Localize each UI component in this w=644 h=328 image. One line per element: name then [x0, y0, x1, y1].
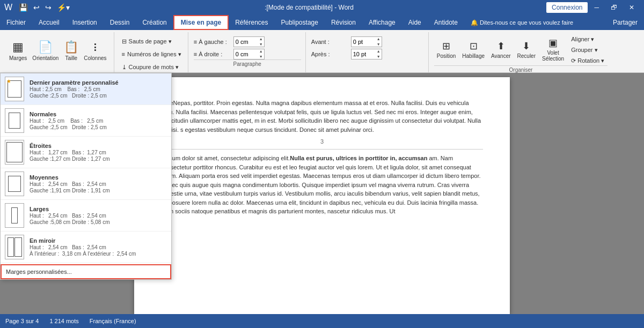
minimize-button[interactable]: ─	[589, 0, 604, 15]
apres-input[interactable]	[352, 51, 376, 57]
apres-spinner: ▲ ▼	[376, 49, 382, 59]
share-button[interactable]: Partager	[606, 15, 644, 30]
sauts-de-page-button[interactable]: ⊟ Sauts de page ▾	[120, 35, 184, 47]
menu-fichier[interactable]: Fichier	[0, 15, 32, 30]
retrait-droite-input[interactable]	[234, 51, 258, 57]
preset-larges-name: Larges	[30, 206, 167, 212]
avant-input[interactable]	[352, 39, 376, 45]
reculer-button[interactable]: ⬇ Reculer	[515, 34, 538, 64]
espacement-group: Avant : ▲ ▼ Après : ▲	[311, 36, 424, 59]
preset-normales[interactable]: Normales Haut : 2,5 cm Bas : 2,5 cm Gauc…	[1, 105, 171, 137]
position-button[interactable]: ⊞ Position	[434, 34, 459, 64]
orientation-label: Orientation	[32, 55, 58, 61]
avancer-button[interactable]: ⬆ Avancer	[488, 34, 514, 64]
coupure-de-mots-button[interactable]: ⤓ Coupure de mots ▾	[120, 61, 184, 73]
preset-miroir-name: En miroir	[30, 237, 167, 244]
avant-row: Avant : ▲ ▼	[311, 36, 424, 47]
preset-miroir-icon	[5, 235, 24, 259]
customize-btn[interactable]: ⚡▾	[55, 2, 72, 13]
menu-revision[interactable]: Révision	[325, 15, 362, 30]
maximize-button[interactable]: 🗗	[605, 0, 623, 15]
preset-larges-info: Larges Haut : 2,54 cm Bas : 2,54 cm Gauc…	[30, 206, 167, 225]
grouper-button[interactable]: Grouper ▾	[568, 45, 608, 55]
paragraphe-label: Paragraphe	[194, 59, 301, 68]
menu-insertion[interactable]: Insertion	[66, 15, 104, 30]
language: Français (France)	[90, 318, 136, 324]
preset-miroir-info: En miroir Haut : 2,54 cm Bas : 2,54 cm À…	[30, 237, 167, 257]
page-number-3: 3	[161, 138, 483, 145]
preset-normales-detail2: Gauche :2,5 cm Droite : 2,5 cm	[30, 124, 167, 130]
taille-button[interactable]: 📋 Taille	[61, 34, 81, 66]
menu-aide[interactable]: Aide	[402, 15, 428, 30]
menu-references[interactable]: Références	[229, 15, 274, 30]
coupure-icon: ⤓	[122, 64, 127, 71]
colonnes-button[interactable]: ⫶ Colonnes	[81, 34, 109, 66]
sauts-icon: ⊟	[122, 38, 127, 45]
preset-moyennes-name: Moyennes	[30, 174, 167, 181]
preset-etroites-name: Étroites	[30, 143, 167, 149]
ribbon-content: ▦ Marges 📄 Orientation 📋 Taille ⫶	[0, 30, 644, 73]
close-button[interactable]: ✕	[624, 0, 640, 15]
connexion-button[interactable]: Connexion	[546, 2, 588, 13]
word-icon: W	[4, 3, 12, 12]
rotation-button[interactable]: ⟳ Rotation ▾	[568, 56, 608, 65]
taille-label: Taille	[65, 55, 77, 61]
marges-icon: ▦	[12, 40, 24, 54]
ribbon-group-page-setup: ▦ Marges 📄 Orientation 📋 Taille ⫶	[2, 32, 114, 72]
preset-normales-info: Normales Haut : 2,5 cm Bas : 2,5 cm Gauc…	[30, 111, 167, 130]
orientation-icon: 📄	[38, 40, 53, 54]
volet-selection-button[interactable]: ▣ VoletSélection	[539, 34, 567, 64]
menu-bar: Fichier Accueil Insertion Dessin Créatio…	[0, 15, 644, 30]
custom-margins-button[interactable]: Marges personnalisées...	[1, 264, 171, 279]
quick-access-toolbar: 💾 ↩ ↪ ⚡▾	[17, 2, 72, 13]
preset-larges-detail2: Gauche :5,08 cm Droite : 5,08 cm	[30, 219, 167, 225]
taille-icon: 📋	[64, 40, 78, 54]
redo-btn[interactable]: ↪	[43, 2, 54, 13]
preset-dernier-name: Dernier paramètre personnalisé	[30, 79, 167, 86]
menu-dessin[interactable]: Dessin	[104, 15, 136, 30]
avant-down[interactable]: ▼	[376, 42, 382, 47]
menu-affichage[interactable]: Affichage	[362, 15, 402, 30]
colonnes-icon: ⫶	[92, 40, 98, 54]
retrait-droite-input-wrap: ▲ ▼	[233, 49, 265, 59]
preset-larges-icon	[5, 203, 24, 228]
position-icon: ⊞	[442, 40, 450, 52]
preset-larges[interactable]: Larges Haut : 2,54 cm Bas : 2,54 cm Gauc…	[1, 200, 171, 232]
marges-button[interactable]: ▦ Marges	[6, 34, 30, 66]
colonnes-label: Colonnes	[84, 55, 106, 61]
word-count: 1 214 mots	[49, 318, 78, 324]
save-btn[interactable]: 💾	[17, 2, 30, 13]
aligner-button[interactable]: Aligner ▾	[568, 34, 608, 44]
menu-mise-en-page[interactable]: Mise en page	[173, 15, 229, 30]
retrait-gauche-up[interactable]: ▲	[258, 36, 264, 42]
menu-accueil[interactable]: Accueil	[32, 15, 66, 30]
preset-moyennes[interactable]: Moyennes Haut : 2,54 cm Bas : 2,54 cm Ga…	[1, 168, 171, 200]
organiser-buttons: ⊞ Position ⊡ Habillage ⬆ Avancer ⬇ Recul…	[434, 34, 608, 65]
retrait-droite-down[interactable]: ▼	[258, 54, 264, 59]
marges-label: Marges	[9, 55, 27, 61]
ribbon: ▦ Marges 📄 Orientation 📋 Taille ⫶	[0, 30, 644, 73]
apres-down[interactable]: ▼	[376, 54, 382, 59]
preset-miroir[interactable]: En miroir Haut : 2,54 cm Bas : 2,54 cm À…	[1, 232, 171, 263]
preset-normales-name: Normales	[30, 111, 167, 117]
apres-up[interactable]: ▲	[376, 49, 382, 54]
menu-creation[interactable]: Création	[136, 15, 173, 30]
ribbon-group-retrait: ≡ À gauche : ▲ ▼ ≡ À droite : ▲	[189, 32, 306, 72]
avant-up[interactable]: ▲	[376, 36, 382, 42]
preset-miroir-detail2: À l'intérieur : 3,18 cm À l'extérieur : …	[30, 251, 167, 257]
preset-etroites-info: Étroites Haut : 1,27 cm Bas : 1,27 cm Ga…	[30, 143, 167, 162]
habillage-button[interactable]: ⊡ Habillage	[459, 34, 487, 64]
preset-etroites[interactable]: Étroites Haut : 1,27 cm Bas : 1,27 cm Ga…	[1, 137, 171, 168]
retrait-gauche-input[interactable]	[234, 39, 258, 45]
undo-btn[interactable]: ↩	[31, 2, 42, 13]
retrait-gauche-down[interactable]: ▼	[258, 42, 264, 47]
orientation-button[interactable]: 📄 Orientation	[30, 34, 61, 66]
preset-dernier-detail2: Gauche :2,5 cm Droite : 2,5 cm	[30, 93, 167, 99]
reculer-icon: ⬇	[522, 40, 530, 52]
numeros-de-lignes-button[interactable]: ≡ Numéros de lignes ▾	[120, 48, 184, 60]
menu-antidote[interactable]: Antidote	[428, 15, 464, 30]
menu-publipostage[interactable]: Publipostage	[275, 15, 325, 30]
menu-help-search[interactable]: 🔔 Dites-nous ce que vous voulez faire	[464, 15, 580, 30]
preset-dernier[interactable]: ★ Dernier paramètre personnalisé Haut : …	[1, 73, 171, 105]
retrait-droite-up[interactable]: ▲	[258, 49, 264, 54]
